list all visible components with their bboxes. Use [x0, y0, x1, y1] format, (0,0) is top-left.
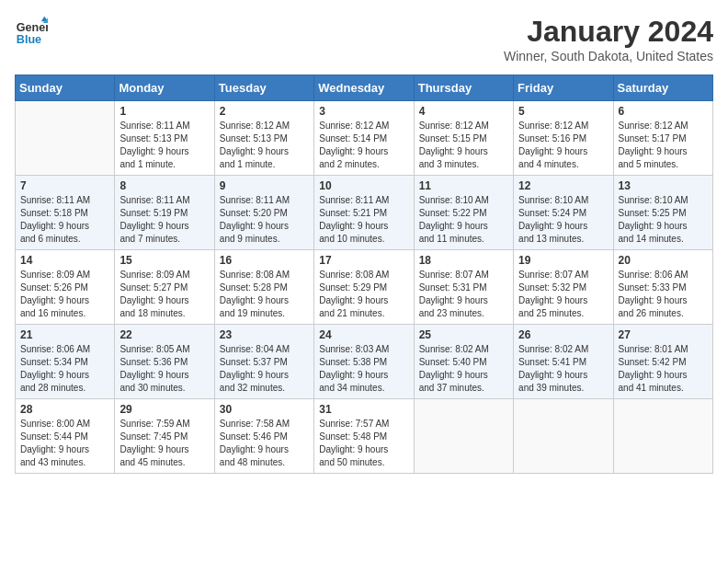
day-info: Sunrise: 8:09 AMSunset: 5:26 PMDaylight:… — [20, 269, 109, 320]
calendar-cell: 26Sunrise: 8:02 AMSunset: 5:41 PMDayligh… — [514, 325, 613, 399]
day-info: Sunrise: 8:03 AMSunset: 5:38 PMDaylight:… — [319, 343, 408, 395]
day-number: 11 — [419, 179, 508, 192]
calendar-cell: 18Sunrise: 8:07 AMSunset: 5:31 PMDayligh… — [414, 250, 513, 325]
day-info: Sunrise: 8:11 AMSunset: 5:21 PMDaylight:… — [319, 194, 408, 246]
day-info: Sunrise: 8:11 AMSunset: 5:13 PMDaylight:… — [119, 120, 209, 171]
day-number: 14 — [20, 254, 109, 267]
calendar-cell: 5Sunrise: 8:12 AMSunset: 5:16 PMDaylight… — [514, 101, 613, 176]
day-info: Sunrise: 7:58 AMSunset: 5:46 PMDaylight:… — [220, 418, 309, 469]
day-info: Sunrise: 8:12 AMSunset: 5:16 PMDaylight:… — [518, 120, 608, 171]
calendar-cell: 14Sunrise: 8:09 AMSunset: 5:26 PMDayligh… — [16, 250, 115, 325]
day-info: Sunrise: 8:05 AMSunset: 5:36 PMDaylight:… — [119, 343, 209, 395]
calendar-cell: 30Sunrise: 7:58 AMSunset: 5:46 PMDayligh… — [214, 399, 313, 474]
calendar-cell: 13Sunrise: 8:10 AMSunset: 5:25 PMDayligh… — [613, 176, 712, 250]
calendar-cell: 3Sunrise: 8:12 AMSunset: 5:14 PMDaylight… — [314, 101, 414, 176]
calendar-week-1: 1Sunrise: 8:11 AMSunset: 5:13 PMDaylight… — [16, 101, 713, 176]
day-info: Sunrise: 8:01 AMSunset: 5:42 PMDaylight:… — [619, 343, 708, 395]
day-number: 20 — [619, 254, 708, 267]
day-number: 18 — [419, 254, 508, 267]
day-number: 31 — [319, 403, 408, 416]
day-number: 10 — [319, 179, 408, 192]
day-info: Sunrise: 8:07 AMSunset: 5:32 PMDaylight:… — [518, 269, 608, 320]
weekday-header-tuesday: Tuesday — [214, 75, 313, 101]
calendar-cell: 11Sunrise: 8:10 AMSunset: 5:22 PMDayligh… — [414, 176, 513, 250]
day-number: 25 — [419, 328, 508, 341]
day-info: Sunrise: 8:02 AMSunset: 5:41 PMDaylight:… — [518, 343, 608, 395]
calendar-week-5: 28Sunrise: 8:00 AMSunset: 5:44 PMDayligh… — [16, 399, 713, 474]
calendar-cell: 10Sunrise: 8:11 AMSunset: 5:21 PMDayligh… — [314, 176, 414, 250]
day-info: Sunrise: 8:12 AMSunset: 5:13 PMDaylight:… — [220, 120, 309, 171]
day-number: 12 — [518, 179, 608, 192]
day-info: Sunrise: 8:06 AMSunset: 5:34 PMDaylight:… — [20, 343, 109, 395]
calendar-cell: 12Sunrise: 8:10 AMSunset: 5:24 PMDayligh… — [514, 176, 613, 250]
day-number: 3 — [319, 105, 408, 118]
day-number: 4 — [419, 105, 508, 118]
calendar-cell: 9Sunrise: 8:11 AMSunset: 5:20 PMDaylight… — [214, 176, 313, 250]
day-info: Sunrise: 7:59 AMSunset: 7:45 PMDaylight:… — [119, 418, 209, 469]
day-info: Sunrise: 8:02 AMSunset: 5:40 PMDaylight:… — [419, 343, 508, 395]
day-info: Sunrise: 8:12 AMSunset: 5:15 PMDaylight:… — [419, 120, 508, 171]
day-info: Sunrise: 8:09 AMSunset: 5:27 PMDaylight:… — [119, 269, 209, 320]
calendar-cell: 2Sunrise: 8:12 AMSunset: 5:13 PMDaylight… — [214, 101, 313, 176]
weekday-header-thursday: Thursday — [414, 75, 513, 101]
day-info: Sunrise: 8:10 AMSunset: 5:24 PMDaylight:… — [518, 194, 608, 246]
page-header: General Blue January 2024 Winner, South … — [15, 15, 713, 63]
calendar-week-3: 14Sunrise: 8:09 AMSunset: 5:26 PMDayligh… — [16, 250, 713, 325]
day-number: 6 — [619, 105, 708, 118]
calendar-cell — [613, 399, 712, 474]
day-number: 1 — [119, 105, 209, 118]
calendar-cell — [414, 399, 513, 474]
day-number: 24 — [319, 328, 408, 341]
day-info: Sunrise: 8:04 AMSunset: 5:37 PMDaylight:… — [220, 343, 309, 395]
calendar-cell: 25Sunrise: 8:02 AMSunset: 5:40 PMDayligh… — [414, 325, 513, 399]
day-info: Sunrise: 8:12 AMSunset: 5:17 PMDaylight:… — [619, 120, 708, 171]
location: Winner, South Dakota, United States — [504, 49, 713, 63]
calendar-cell: 27Sunrise: 8:01 AMSunset: 5:42 PMDayligh… — [613, 325, 712, 399]
weekday-header-monday: Monday — [115, 75, 214, 101]
day-number: 30 — [220, 403, 309, 416]
calendar-cell: 21Sunrise: 8:06 AMSunset: 5:34 PMDayligh… — [16, 325, 115, 399]
day-number: 9 — [220, 179, 309, 192]
logo-icon: General Blue — [15, 15, 48, 48]
day-info: Sunrise: 8:06 AMSunset: 5:33 PMDaylight:… — [619, 269, 708, 320]
day-number: 7 — [20, 179, 109, 192]
day-info: Sunrise: 8:08 AMSunset: 5:28 PMDaylight:… — [220, 269, 309, 320]
calendar-cell: 4Sunrise: 8:12 AMSunset: 5:15 PMDaylight… — [414, 101, 513, 176]
calendar-week-2: 7Sunrise: 8:11 AMSunset: 5:18 PMDaylight… — [16, 176, 713, 250]
day-number: 13 — [619, 179, 708, 192]
day-number: 27 — [619, 328, 708, 341]
day-number: 8 — [119, 179, 209, 192]
day-number: 28 — [20, 403, 109, 416]
day-info: Sunrise: 8:10 AMSunset: 5:25 PMDaylight:… — [619, 194, 708, 246]
calendar-cell: 19Sunrise: 8:07 AMSunset: 5:32 PMDayligh… — [514, 250, 613, 325]
day-info: Sunrise: 8:11 AMSunset: 5:18 PMDaylight:… — [20, 194, 109, 246]
calendar-cell: 29Sunrise: 7:59 AMSunset: 7:45 PMDayligh… — [115, 399, 214, 474]
day-number: 17 — [319, 254, 408, 267]
day-info: Sunrise: 8:08 AMSunset: 5:29 PMDaylight:… — [319, 269, 408, 320]
calendar-cell: 7Sunrise: 8:11 AMSunset: 5:18 PMDaylight… — [16, 176, 115, 250]
day-info: Sunrise: 8:10 AMSunset: 5:22 PMDaylight:… — [419, 194, 508, 246]
weekday-header-wednesday: Wednesday — [314, 75, 414, 101]
calendar-cell — [16, 101, 115, 176]
day-info: Sunrise: 8:07 AMSunset: 5:31 PMDaylight:… — [419, 269, 508, 320]
calendar-cell: 28Sunrise: 8:00 AMSunset: 5:44 PMDayligh… — [16, 399, 115, 474]
month-title: January 2024 — [504, 15, 713, 49]
day-number: 15 — [119, 254, 209, 267]
calendar-cell: 8Sunrise: 8:11 AMSunset: 5:19 PMDaylight… — [115, 176, 214, 250]
calendar-cell: 31Sunrise: 7:57 AMSunset: 5:48 PMDayligh… — [314, 399, 414, 474]
day-number: 16 — [220, 254, 309, 267]
calendar-week-4: 21Sunrise: 8:06 AMSunset: 5:34 PMDayligh… — [16, 325, 713, 399]
day-info: Sunrise: 8:11 AMSunset: 5:19 PMDaylight:… — [119, 194, 209, 246]
calendar-cell: 16Sunrise: 8:08 AMSunset: 5:28 PMDayligh… — [214, 250, 313, 325]
calendar-cell: 15Sunrise: 8:09 AMSunset: 5:27 PMDayligh… — [115, 250, 214, 325]
calendar-cell: 6Sunrise: 8:12 AMSunset: 5:17 PMDaylight… — [613, 101, 712, 176]
day-number: 5 — [518, 105, 608, 118]
day-number: 2 — [220, 105, 309, 118]
svg-text:Blue: Blue — [17, 33, 41, 46]
day-number: 21 — [20, 328, 109, 341]
calendar-table: SundayMondayTuesdayWednesdayThursdayFrid… — [15, 75, 713, 474]
weekday-header-sunday: Sunday — [16, 75, 115, 101]
day-info: Sunrise: 7:57 AMSunset: 5:48 PMDaylight:… — [319, 418, 408, 469]
day-number: 19 — [518, 254, 608, 267]
day-number: 22 — [119, 328, 209, 341]
